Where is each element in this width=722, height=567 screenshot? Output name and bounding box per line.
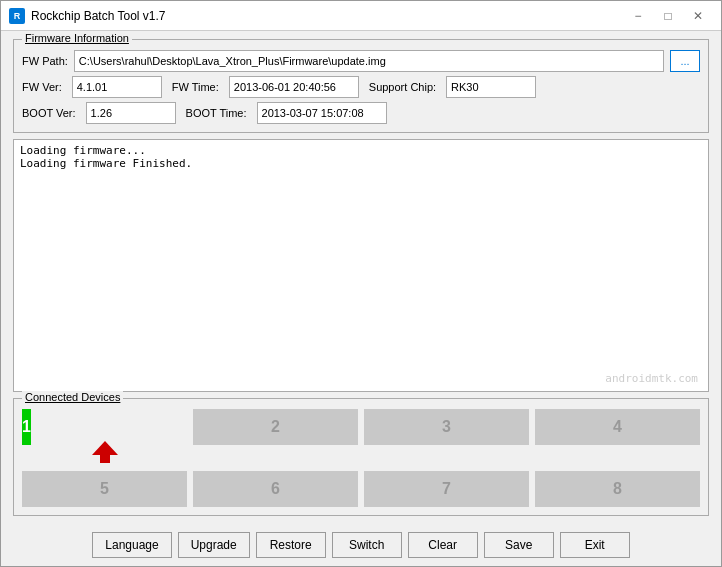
- fw-ver-label: FW Ver:: [22, 81, 62, 93]
- log-line-1: Loading firmware...: [20, 144, 702, 157]
- switch-button[interactable]: Switch: [332, 532, 402, 558]
- clear-button[interactable]: Clear: [408, 532, 478, 558]
- save-button[interactable]: Save: [484, 532, 554, 558]
- app-icon: R: [9, 8, 25, 24]
- window-controls: − □ ✕: [623, 6, 713, 26]
- window-title: Rockchip Batch Tool v1.7: [31, 9, 623, 23]
- boot-time-value: 2013-03-07 15:07:08: [257, 102, 387, 124]
- fw-path-input[interactable]: [74, 50, 664, 72]
- fw-time-value: 2013-06-01 20:40:56: [229, 76, 359, 98]
- boot-ver-label: BOOT Ver:: [22, 107, 76, 119]
- close-button[interactable]: ✕: [683, 6, 713, 26]
- device-btn-2[interactable]: 2: [193, 409, 358, 445]
- log-line-2: Loading firmware Finished.: [20, 157, 702, 170]
- fw-path-label: FW Path:: [22, 55, 68, 67]
- firmware-section-label: Firmware Information: [22, 32, 132, 44]
- devices-grid: 1 2 3 4 5 6 7 8: [22, 409, 700, 507]
- boot-details-row: BOOT Ver: 1.26 BOOT Time: 2013-03-07 15:…: [22, 102, 700, 124]
- support-chip-value: RK30: [446, 76, 536, 98]
- firmware-section: Firmware Information FW Path: ... FW Ver…: [13, 39, 709, 133]
- main-window: R Rockchip Batch Tool v1.7 − □ ✕ Firmwar…: [0, 0, 722, 567]
- devices-section: Connected Devices 1 2 3 4 5 6 7 8: [13, 398, 709, 516]
- title-bar: R Rockchip Batch Tool v1.7 − □ ✕: [1, 1, 721, 31]
- maximize-button[interactable]: □: [653, 6, 683, 26]
- device-btn-1[interactable]: 1: [22, 409, 31, 445]
- devices-section-label: Connected Devices: [22, 391, 123, 403]
- fw-details-row: FW Ver: 4.1.01 FW Time: 2013-06-01 20:40…: [22, 76, 700, 98]
- device-btn-4[interactable]: 4: [535, 409, 700, 445]
- upgrade-button[interactable]: Upgrade: [178, 532, 250, 558]
- exit-button[interactable]: Exit: [560, 532, 630, 558]
- main-content: Firmware Information FW Path: ... FW Ver…: [1, 31, 721, 524]
- watermark: androidmtk.com: [605, 372, 698, 385]
- boot-time-label: BOOT Time:: [186, 107, 247, 119]
- restore-button[interactable]: Restore: [256, 532, 326, 558]
- bottom-toolbar: Language Upgrade Restore Switch Clear Sa…: [1, 524, 721, 566]
- minimize-button[interactable]: −: [623, 6, 653, 26]
- fw-ver-value: 4.1.01: [72, 76, 162, 98]
- arrow-indicator: [90, 441, 120, 463]
- svg-marker-0: [92, 441, 118, 463]
- browse-button[interactable]: ...: [670, 50, 700, 72]
- support-chip-label: Support Chip:: [369, 81, 436, 93]
- log-area: Loading firmware... Loading firmware Fin…: [13, 139, 709, 392]
- device-btn-8[interactable]: 8: [535, 471, 700, 507]
- device-btn-7[interactable]: 7: [364, 471, 529, 507]
- device-1-wrap: 1: [22, 409, 187, 445]
- language-button[interactable]: Language: [92, 532, 171, 558]
- boot-ver-value: 1.26: [86, 102, 176, 124]
- device-btn-6[interactable]: 6: [193, 471, 358, 507]
- device-btn-3[interactable]: 3: [364, 409, 529, 445]
- fw-path-row: FW Path: ...: [22, 50, 700, 72]
- fw-time-label: FW Time:: [172, 81, 219, 93]
- device-btn-5[interactable]: 5: [22, 471, 187, 507]
